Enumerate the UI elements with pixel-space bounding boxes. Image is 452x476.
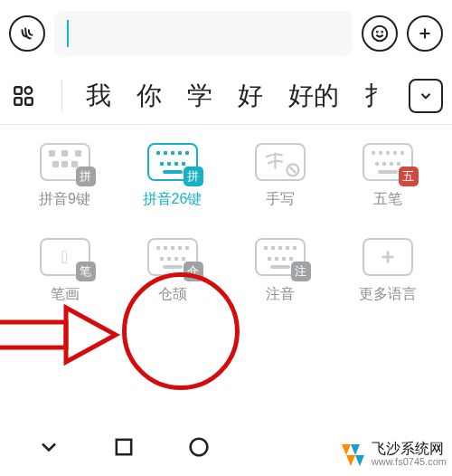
- badge: 注: [291, 262, 311, 281]
- stroke-icon: 𠃋 笔: [40, 238, 90, 276]
- voice-button[interactable]: [9, 15, 45, 52]
- text-input[interactable]: [54, 11, 353, 56]
- svg-marker-18: [346, 455, 355, 466]
- add-button[interactable]: [407, 15, 443, 52]
- layout-option-handwrite[interactable]: 手写: [226, 143, 334, 209]
- caret-icon: [67, 20, 69, 47]
- svg-point-15: [191, 439, 208, 456]
- suggestion-word[interactable]: 学: [187, 79, 212, 113]
- svg-point-1: [377, 32, 378, 33]
- suggestion-word[interactable]: 好: [238, 79, 263, 113]
- keyboard-icon: 拼: [147, 143, 198, 181]
- layout-label: 仓颉: [158, 285, 187, 304]
- badge: 拼: [76, 167, 96, 186]
- layout-option-stroke[interactable]: 𠃋 笔 笔画: [11, 238, 118, 304]
- layout-option-zhuyin[interactable]: 注 注音: [226, 238, 334, 304]
- layout-option-cangjie[interactable]: 仓 仓颉: [118, 238, 226, 304]
- layout-label: 注音: [266, 285, 295, 304]
- svg-marker-16: [342, 444, 351, 455]
- layout-label: 五笔: [373, 190, 402, 209]
- keyboard-icon: 注: [255, 238, 306, 276]
- suggestion-word[interactable]: 我: [86, 79, 111, 113]
- watermark-url: www.fs0745.com: [372, 456, 447, 468]
- divider: [61, 81, 62, 111]
- badge: 五: [399, 167, 419, 186]
- layout-option-pinyin9[interactable]: 拼 拼音9键: [11, 143, 118, 209]
- expand-suggestions-button[interactable]: [409, 79, 443, 113]
- layout-label: 拼音9键: [39, 190, 90, 209]
- emoji-button[interactable]: [362, 15, 398, 52]
- layout-label: 手写: [266, 190, 295, 209]
- suggestion-word[interactable]: 扌: [364, 79, 381, 113]
- suggestion-word[interactable]: 好的: [288, 79, 339, 113]
- plus-icon: [363, 238, 413, 276]
- nav-recents-button[interactable]: [111, 434, 137, 463]
- layout-option-more[interactable]: 更多语言: [334, 238, 441, 304]
- svg-marker-19: [355, 455, 364, 466]
- keyboard-icon: 五: [363, 143, 413, 181]
- svg-point-6: [25, 87, 33, 94]
- svg-rect-5: [14, 87, 22, 94]
- keyboard-icon: 拼: [40, 143, 90, 181]
- badge: 笔: [76, 262, 96, 281]
- keyboard-icon: 仓: [147, 238, 198, 276]
- svg-rect-7: [14, 98, 22, 105]
- annotation-arrow: [0, 302, 129, 371]
- suggestion-word[interactable]: 你: [137, 79, 162, 113]
- nav-back-button[interactable]: [36, 434, 61, 463]
- svg-rect-14: [117, 440, 131, 454]
- badge: 仓: [184, 262, 203, 281]
- svg-rect-8: [25, 98, 33, 105]
- layout-option-wubi[interactable]: 五 五笔: [334, 143, 441, 209]
- layout-label: 笔画: [51, 285, 80, 304]
- watermark: 飞沙系统网 www.fs0745.com: [339, 442, 447, 469]
- layout-label: 拼音26键: [143, 190, 202, 209]
- svg-marker-17: [351, 444, 360, 455]
- svg-point-0: [372, 26, 388, 42]
- watermark-logo-icon: [339, 442, 366, 469]
- apps-icon[interactable]: [5, 78, 42, 114]
- badge: 拼: [184, 167, 203, 186]
- layout-option-pinyin26[interactable]: 拼 拼音26键: [118, 143, 226, 209]
- nav-home-button[interactable]: [186, 434, 212, 463]
- suggestion-scroll[interactable]: 我 你 学 好 好的 扌: [86, 79, 381, 113]
- layout-label: 更多语言: [359, 285, 417, 304]
- svg-point-2: [381, 32, 382, 33]
- svg-marker-13: [66, 308, 116, 362]
- svg-rect-12: [0, 322, 66, 347]
- handwrite-icon: [255, 143, 306, 181]
- watermark-name: 飞沙系统网: [372, 442, 447, 456]
